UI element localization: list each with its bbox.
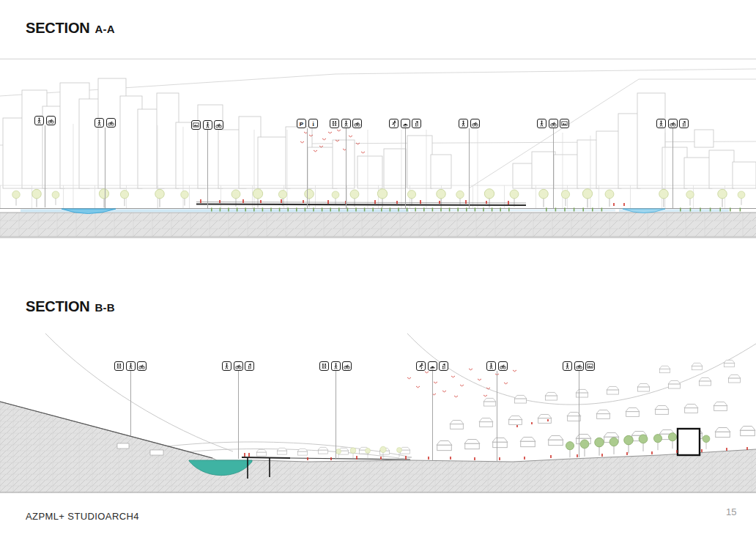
page-number: 15 (726, 506, 736, 517)
section-a-label: A-A (95, 23, 115, 35)
section-b-title: SECTIONB-B (26, 298, 115, 315)
section-a-drawing: Pi (0, 59, 756, 238)
presentation-page: SECTIONA-A (0, 0, 756, 535)
section-b-svg (0, 333, 756, 496)
section-b-title-text: SECTION (26, 298, 90, 314)
section-a-svg (0, 59, 756, 237)
section-b-label: B-B (95, 301, 115, 314)
section-a-title-text: SECTION (26, 20, 90, 36)
section-a-title: SECTIONA-A (26, 20, 115, 37)
footer-credit: AZPML+ STUDIOARCH4 (26, 511, 139, 522)
section-b-drawing (0, 333, 756, 496)
